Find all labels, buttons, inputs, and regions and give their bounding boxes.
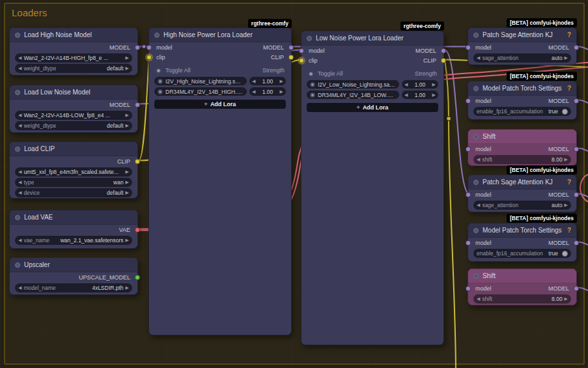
lora-select-pill[interactable]: I2V_Low_Noise_Lightning.safetensors (307, 80, 399, 89)
help-icon[interactable]: ? (567, 85, 571, 92)
combo-left-arrow-icon[interactable]: ◀ (18, 66, 21, 71)
collapse-dot-icon[interactable] (154, 33, 160, 38)
lora-select-pill[interactable]: I2V_High_Noise_Lightning.safeten... (154, 77, 247, 85)
combo-left-arrow-icon[interactable]: ◀ (18, 238, 21, 243)
lora-enable-toggle[interactable] (158, 89, 163, 94)
combo-right-arrow-icon[interactable]: ▶ (126, 180, 129, 185)
combo-right-arrow-icon[interactable]: ▶ (565, 55, 568, 61)
model-input-slot[interactable] (466, 98, 471, 104)
model-output-slot[interactable] (574, 45, 579, 50)
model-output-slot[interactable] (574, 147, 579, 152)
fp16-accumulation-toggle[interactable]: enable_fp16_accumulation true (473, 249, 571, 258)
combo-right-arrow-icon[interactable]: ▶ (126, 123, 129, 128)
combo-right-arrow-icon[interactable]: ▶ (432, 82, 436, 87)
vae-output-slot[interactable] (135, 227, 140, 233)
model-input-slot[interactable] (466, 286, 471, 291)
node-load-high-noise-model[interactable]: Load High Noise Model MODEL ◀ Wan2_2-I2V… (9, 27, 138, 76)
combo-right-arrow-icon[interactable]: ▶ (126, 169, 129, 175)
fp16-accumulation-toggle[interactable]: enable_fp16_accumulation true (473, 107, 571, 116)
model-output-slot[interactable] (574, 286, 579, 291)
upscale-model-output-slot[interactable] (135, 275, 140, 280)
clip-output-slot[interactable] (135, 159, 140, 164)
lora-strength-combo[interactable]: ◀ 1.00 ▶ (249, 77, 286, 85)
toggle-all-switch[interactable] (308, 71, 314, 77)
collapse-dot-icon[interactable] (473, 274, 479, 279)
node-patch-sage-attention-1[interactable]: Patch Sage Attention KJ ? model MODEL ◀ … (468, 27, 577, 65)
combo-left-arrow-icon[interactable]: ◀ (477, 157, 480, 162)
shift-value-combo[interactable]: ◀ shift 8.00 ▶ (473, 294, 571, 304)
model-output-slot[interactable] (441, 48, 446, 53)
combo-left-arrow-icon[interactable]: ◀ (18, 190, 21, 195)
model-input-slot[interactable] (466, 147, 471, 152)
combo-right-arrow-icon[interactable]: ▶ (126, 113, 129, 118)
node-high-noise-power-lora-loader[interactable]: High Noise Power Lora Loader model MODEL… (148, 27, 292, 335)
node-shift-1[interactable]: Shift model MODEL ◀ shift 8.00 ▶ (468, 129, 577, 166)
model-input-slot[interactable] (147, 45, 152, 50)
clip-input-slot[interactable] (299, 58, 304, 63)
combo-right-arrow-icon[interactable]: ▶ (126, 66, 129, 71)
add-lora-button[interactable]: + Add Lora (154, 100, 286, 109)
reroute-dot[interactable] (447, 117, 451, 121)
node-header[interactable]: Load Low Noise Model (10, 85, 137, 100)
model-output-slot[interactable] (574, 192, 579, 197)
node-header[interactable]: High Noise Power Lora Loader (149, 28, 291, 42)
node-header[interactable]: Upscaler (10, 258, 137, 272)
collapse-dot-icon[interactable] (15, 147, 20, 152)
collapse-dot-icon[interactable] (15, 262, 20, 268)
collapse-dot-icon[interactable] (473, 134, 479, 139)
model-output-slot[interactable] (135, 45, 140, 50)
combo-right-arrow-icon[interactable]: ▶ (280, 89, 283, 94)
node-low-noise-power-lora-loader[interactable]: Low Noise Power Lora Loader model MODEL … (301, 31, 444, 345)
reroute-dot[interactable] (142, 44, 146, 48)
combo-left-arrow-icon[interactable]: ◀ (18, 123, 21, 128)
lora-strength-combo[interactable]: ◀ 1.00 ▶ (402, 80, 438, 89)
combo-right-arrow-icon[interactable]: ▶ (126, 55, 129, 61)
combo-right-arrow-icon[interactable]: ▶ (565, 157, 568, 162)
lora-enable-toggle[interactable] (158, 79, 163, 84)
collapse-dot-icon[interactable] (473, 228, 479, 233)
toggle-all-switch[interactable] (156, 68, 161, 74)
node-upscaler[interactable]: Upscaler UPSCALE_MODEL ◀ model_name 4xLS… (9, 257, 138, 295)
weight-dtype-combo[interactable]: ◀ weight_dtype default ▶ (15, 121, 132, 130)
node-header[interactable]: Load CLIP (10, 142, 137, 156)
upscale-model-combo[interactable]: ◀ model_name 4xLSDIR.pth ▶ (15, 283, 132, 292)
combo-left-arrow-icon[interactable]: ◀ (477, 203, 480, 208)
combo-right-arrow-icon[interactable]: ▶ (565, 296, 568, 302)
collapse-dot-icon[interactable] (15, 33, 20, 38)
model-output-slot[interactable] (574, 240, 579, 246)
lora-enable-toggle[interactable] (310, 82, 315, 87)
model-output-slot[interactable] (574, 98, 579, 104)
lora-select-pill[interactable]: DR34ML4Y_I2V_14B_HIGH.safete... (154, 87, 247, 96)
combo-left-arrow-icon[interactable]: ◀ (18, 55, 21, 61)
clip-output-slot[interactable] (441, 58, 446, 63)
node-header[interactable]: Load VAE (10, 210, 137, 225)
help-icon[interactable]: ? (567, 31, 571, 38)
node-header[interactable]: Shift (468, 269, 576, 283)
help-icon[interactable]: ? (567, 178, 571, 186)
collapse-dot-icon[interactable] (473, 86, 479, 91)
model-output-slot[interactable] (135, 102, 140, 107)
lora-select-pill[interactable]: DR34ML4Y_I2V_14B_LOW.safeten... (307, 91, 399, 99)
node-patch-sage-attention-2[interactable]: Patch Sage Attention KJ ? model MODEL ◀ … (468, 175, 577, 212)
combo-left-arrow-icon[interactable]: ◀ (18, 113, 21, 118)
sage-attention-combo[interactable]: ◀ sage_attention auto ▶ (473, 201, 571, 210)
node-shift-2[interactable]: Shift model MODEL ◀ shift 8.00 ▶ (468, 268, 577, 305)
node-model-patch-torch-settings-2[interactable]: Model Patch Torch Settings ? model MODEL… (468, 223, 577, 262)
model-output-slot[interactable] (288, 45, 294, 50)
node-load-low-noise-model[interactable]: Load Low Noise Model MODEL ◀ Wan2_2-I2V-… (9, 85, 138, 133)
combo-left-arrow-icon[interactable]: ◀ (18, 285, 21, 290)
node-header[interactable]: Shift (468, 130, 576, 144)
vae-name-combo[interactable]: ◀ vae_name wan_2.1_vae.safetensors ▶ (15, 236, 132, 245)
help-icon[interactable]: ? (567, 227, 571, 234)
shift-value-combo[interactable]: ◀ shift 8.00 ▶ (473, 155, 571, 164)
node-header[interactable]: Patch Sage Attention KJ ? (468, 175, 576, 190)
combo-left-arrow-icon[interactable]: ◀ (404, 92, 408, 98)
clip-output-slot[interactable] (288, 55, 294, 60)
ckpt-name-combo[interactable]: ◀ Wan2_2-I2V-A14B-LOW_fp8_e4 ... ▶ (15, 111, 132, 120)
model-input-slot[interactable] (299, 48, 304, 53)
combo-right-arrow-icon[interactable]: ▶ (126, 238, 129, 243)
combo-right-arrow-icon[interactable]: ▶ (432, 92, 436, 98)
combo-left-arrow-icon[interactable]: ◀ (404, 82, 408, 87)
collapse-dot-icon[interactable] (15, 215, 20, 220)
node-header[interactable]: Model Patch Torch Settings ? (468, 223, 576, 238)
